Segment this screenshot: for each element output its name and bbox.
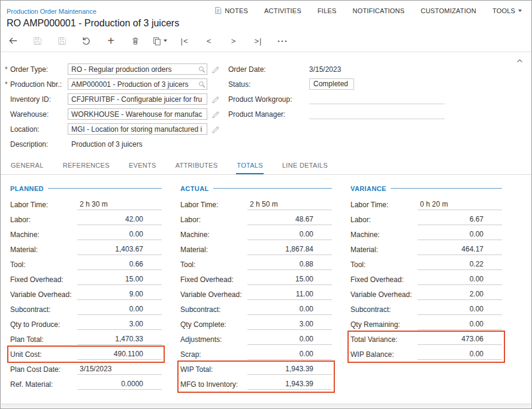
menu-item-files[interactable]: FILES [318, 7, 337, 14]
product-manager-field[interactable] [309, 109, 445, 119]
field-value: WORKHOUSE - Warehouse for manufac [71, 110, 202, 119]
total-value[interactable]: 0.00 [418, 349, 502, 360]
order-type-field[interactable]: RO - Regular production orders [68, 63, 207, 75]
product-workgroup-field[interactable] [309, 94, 445, 104]
next-record-button[interactable]: > [226, 34, 241, 48]
total-value[interactable]: 0.00 [418, 274, 502, 285]
total-value[interactable]: 0.00 [418, 304, 502, 315]
total-value[interactable]: 0.0000 [77, 378, 162, 390]
total-value[interactable]: 0.00 [247, 334, 332, 345]
total-label: Tool: [180, 260, 247, 269]
total-row: Plan Cost Date:3/15/2023 [10, 362, 162, 377]
menu-item-activities[interactable]: ACTIVITIES [264, 7, 301, 14]
total-value[interactable]: 1,943.39 [247, 363, 332, 375]
menu-item-tools[interactable]: TOOLS [492, 7, 522, 14]
caret-down-icon [164, 40, 167, 42]
total-label: Qty Complete: [180, 320, 247, 329]
save-and-close-button[interactable] [30, 34, 44, 48]
collapse-summary-button[interactable] [513, 56, 525, 65]
last-record-button[interactable]: >| [251, 34, 265, 48]
total-value[interactable]: 2 h 50 m [247, 199, 332, 210]
tab-references[interactable]: REFERENCES [62, 156, 110, 174]
location-field[interactable]: MGI - Location for storing manufactured … [68, 123, 207, 135]
total-value[interactable]: 0.00 [418, 319, 502, 330]
tab-events[interactable]: EVENTS [128, 156, 157, 174]
total-value[interactable]: 3/15/2023 [77, 363, 162, 375]
total-row: Variable Overhead:2.00 [350, 287, 502, 302]
total-row: Machine:0.00 [180, 227, 332, 242]
edit-pencil-icon[interactable] [210, 124, 220, 135]
add-button[interactable]: + [104, 34, 118, 48]
total-value[interactable]: 0.00 [247, 304, 332, 315]
total-label: Tool: [10, 260, 77, 269]
total-value[interactable]: 9.00 [77, 289, 162, 300]
total-value[interactable]: 2.00 [418, 289, 502, 300]
total-row: Adjustments:0.00 [180, 332, 332, 347]
edit-pencil-icon[interactable] [210, 64, 220, 75]
horizontal-scrollbar[interactable] [1, 404, 531, 408]
form-field-row: *Production Nbr.: AMP000001 - Production… [10, 77, 228, 92]
lookup-magnifier-icon[interactable] [197, 65, 206, 74]
edit-pencil-icon[interactable] [210, 94, 220, 105]
warehouse-field[interactable]: WORKHOUSE - Warehouse for manufac [68, 108, 207, 120]
total-label: Labor Time: [350, 201, 418, 209]
total-value[interactable]: 3.00 [77, 319, 162, 330]
form-right-column: Order Date: 3/15/2023 Status: Completed … [228, 62, 522, 152]
description-field[interactable]: Production of 3 juicers [68, 138, 207, 150]
tab-totals[interactable]: TOTALS [236, 156, 264, 174]
total-value[interactable]: 1,943.39 [247, 378, 332, 390]
previous-record-button[interactable]: < [202, 34, 216, 48]
total-value[interactable]: 15.00 [77, 274, 162, 285]
total-value[interactable]: 42.00 [77, 214, 162, 225]
production-nbr-field[interactable]: AMP000001 - Production of 3 juicers [68, 78, 207, 90]
total-value[interactable]: 490.1100 [77, 349, 162, 360]
total-value[interactable]: 473.06 [418, 334, 502, 345]
menu-item-notes[interactable]: NOTES [214, 7, 248, 14]
total-value[interactable]: 1,470.33 [77, 334, 162, 345]
breadcrumb[interactable]: Production Order Maintenance [7, 8, 96, 15]
total-value[interactable]: 0.66 [77, 259, 162, 270]
total-value[interactable]: 0.88 [247, 259, 332, 270]
menu-item-notifications[interactable]: NOTIFICATIONS [353, 7, 405, 14]
total-value[interactable]: 0.00 [77, 304, 162, 315]
copy-paste-button[interactable] [153, 34, 167, 48]
tab-attributes[interactable]: ATTRIBUTES [175, 156, 219, 174]
total-row: Fixed Overhead:15.00 [10, 272, 162, 287]
total-value[interactable]: 6.67 [418, 214, 502, 225]
field-label: Inventory ID: [10, 95, 68, 104]
total-value[interactable]: 1,867.84 [247, 244, 332, 255]
total-value[interactable]: 0.22 [418, 259, 502, 270]
edit-pencil-icon[interactable] [210, 109, 220, 120]
total-value[interactable]: 1,403.67 [77, 244, 162, 255]
undo-button[interactable] [79, 34, 93, 48]
more-button[interactable]: ··· [276, 34, 290, 48]
total-label: Labor: [350, 216, 418, 224]
total-value[interactable]: 2 h 30 m [77, 199, 162, 210]
lookup-magnifier-icon[interactable] [197, 80, 206, 89]
previous-record-icon: < [207, 37, 212, 46]
total-value[interactable]: 0.00 [247, 349, 332, 360]
back-button[interactable] [5, 34, 20, 48]
first-record-button[interactable]: |< [177, 34, 192, 48]
menu-item-customization[interactable]: CUSTOMIZATION [421, 7, 476, 14]
total-value[interactable]: 15.00 [247, 274, 332, 285]
menu-item-label: NOTIFICATIONS [353, 7, 405, 14]
total-value[interactable]: 0.00 [418, 229, 502, 240]
total-value[interactable]: 464.17 [418, 244, 502, 255]
tab-line-details[interactable]: LINE DETAILS [282, 156, 328, 174]
save-button[interactable] [55, 34, 69, 48]
total-row: Machine:0.00 [10, 227, 162, 242]
total-label: Variable Overhead: [180, 290, 247, 299]
total-value[interactable]: 48.67 [247, 214, 332, 225]
total-row: MFG to Inventory:1,943.39 [180, 377, 332, 392]
actual-section-header: ACTUAL [180, 184, 332, 192]
total-value[interactable]: 11.00 [247, 289, 332, 300]
tab-general[interactable]: GENERAL [10, 156, 44, 174]
delete-button[interactable] [128, 34, 143, 48]
inventory-id-field[interactable]: CFJFRUITBF - Configurable juicer for fru [68, 93, 207, 105]
total-value[interactable]: 0.00 [77, 229, 162, 240]
total-value[interactable]: 0.00 [247, 229, 332, 240]
total-value[interactable]: 3.00 [247, 319, 332, 330]
total-value[interactable]: 0 h 20 m [418, 199, 502, 210]
field-label: Order Date: [228, 65, 309, 74]
